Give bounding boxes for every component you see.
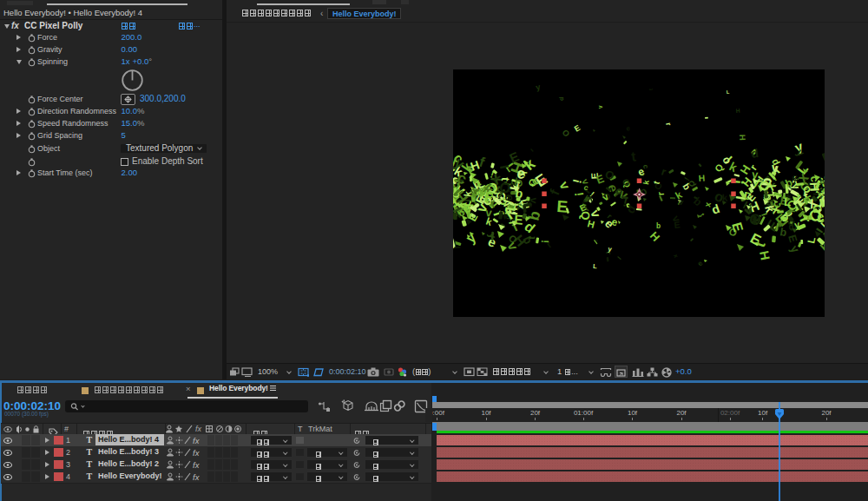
svg-text:fx: fx <box>193 436 201 445</box>
svg-text:E: E <box>674 219 681 230</box>
svg-text:!: ! <box>539 240 551 244</box>
svg-text:b: b <box>656 221 661 230</box>
svg-text:fx: fx <box>193 448 201 457</box>
svg-text:v: v <box>597 105 603 109</box>
svg-text:k: k <box>721 193 728 203</box>
svg-text:d: d <box>558 97 564 101</box>
svg-text:H: H <box>738 135 747 141</box>
svg-text:E: E <box>556 197 569 216</box>
svg-text:fx: fx <box>193 460 201 469</box>
svg-text:fx: fx <box>193 472 201 481</box>
svg-text:L: L <box>784 195 792 208</box>
svg-text:H: H <box>735 108 740 114</box>
svg-text:H: H <box>698 174 705 183</box>
svg-text:fx: fx <box>195 425 202 433</box>
